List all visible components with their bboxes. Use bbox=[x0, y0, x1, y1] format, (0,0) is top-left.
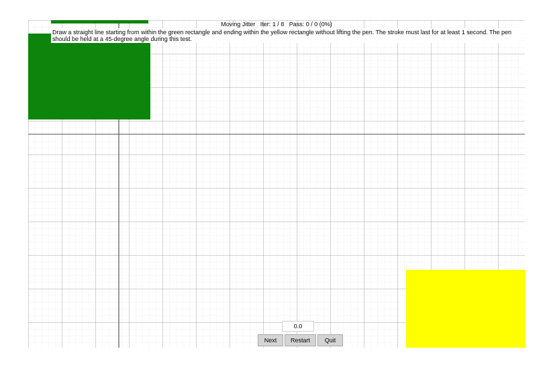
next-button[interactable]: Next bbox=[258, 334, 283, 346]
control-buttons: Next Restart Quit bbox=[258, 334, 343, 346]
pass-status: Pass: 0 / 0 (0%) bbox=[289, 21, 332, 28]
header-status: Moving Jitter Iter: 1 / 8 Pass: 0 / 0 (0… bbox=[28, 21, 525, 28]
start-rectangle[interactable] bbox=[28, 34, 150, 119]
end-rectangle[interactable] bbox=[406, 270, 526, 348]
iteration-status: Iter: 1 / 8 bbox=[260, 21, 285, 28]
instruction-text: Draw a straight line starting from withi… bbox=[51, 28, 521, 43]
restart-button[interactable]: Restart bbox=[285, 334, 316, 346]
quit-button[interactable]: Quit bbox=[317, 334, 343, 346]
test-title: Moving Jitter bbox=[221, 21, 255, 28]
value-readout: 0.0 bbox=[282, 321, 314, 332]
